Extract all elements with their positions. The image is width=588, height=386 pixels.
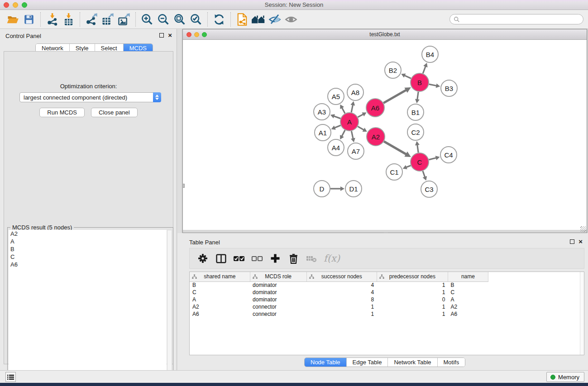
tab-edge-table[interactable]: Edge Table	[347, 358, 388, 367]
edge-A-A7[interactable]	[351, 131, 353, 139]
edge-A-A6[interactable]	[358, 114, 363, 117]
window-resize-grip[interactable]	[580, 226, 586, 232]
import-table-icon[interactable]	[60, 11, 76, 28]
tab-motifs[interactable]: Motifs	[438, 358, 465, 367]
column-header-predecessor-nodes[interactable]: predecessor nodes	[377, 272, 448, 281]
network-window-titlebar[interactable]: testGlobe.txt	[183, 29, 587, 40]
table-scrollbar[interactable]	[580, 272, 584, 355]
float-panel-icon[interactable]	[159, 33, 164, 38]
open-session-icon[interactable]	[5, 11, 21, 28]
show-graphics-details-icon[interactable]	[283, 11, 299, 28]
select-all-checkboxes-icon[interactable]	[231, 251, 247, 266]
network-from-document-icon[interactable]	[234, 11, 250, 28]
table-row[interactable]: Cdominator41C	[190, 289, 488, 296]
close-panel-button[interactable]: Close panel	[91, 108, 138, 117]
network-view-window: testGlobe.txt B4B2BB3A8A5A6A3B1AA1C2A2A4…	[182, 29, 587, 233]
zoom-window-button[interactable]	[22, 2, 27, 8]
network-zoom-button[interactable]	[202, 32, 207, 37]
export-network-icon[interactable]	[83, 11, 100, 28]
node-label-B: B	[417, 79, 422, 86]
network-canvas[interactable]: B4B2BB3A8A5A6A3B1AA1C2A2A4A7C4CC1DD1C3	[183, 40, 587, 230]
result-list-scrollbar[interactable]	[167, 230, 172, 382]
zoom-fit-icon[interactable]	[172, 11, 188, 28]
close-window-button[interactable]	[4, 2, 9, 8]
zoom-out-icon[interactable]	[155, 11, 172, 28]
save-session-icon[interactable]	[21, 11, 37, 28]
result-item[interactable]: A2	[9, 230, 167, 238]
edge-B-B3[interactable]	[429, 84, 437, 86]
memory-button[interactable]: Memory	[546, 372, 584, 382]
export-image-icon[interactable]	[116, 11, 132, 28]
column-header-shared-name[interactable]: shared name	[190, 272, 250, 281]
refresh-icon[interactable]	[211, 11, 227, 28]
result-item[interactable]: C	[9, 253, 167, 261]
network-minimize-button[interactable]	[194, 32, 199, 37]
add-column-icon[interactable]	[268, 251, 283, 266]
table-row[interactable]: A2connector11A2	[190, 303, 488, 310]
edge-A-A8[interactable]	[351, 105, 353, 112]
tab-network-table[interactable]: Network Table	[388, 358, 437, 367]
edge-A6-B[interactable]	[383, 90, 406, 103]
node-label-A: A	[347, 118, 352, 126]
node-label-A8: A8	[351, 89, 359, 96]
hide-graphics-details-icon[interactable]	[267, 11, 283, 28]
tab-node-table[interactable]: Node Table	[305, 358, 347, 367]
unselect-all-checkboxes-icon[interactable]	[249, 251, 265, 266]
edge-arrowhead	[351, 138, 355, 143]
toolbar-separator	[80, 12, 80, 27]
zoom-in-icon[interactable]	[139, 11, 155, 28]
criterion-dropdown[interactable]: largest connected component (directed)	[19, 92, 161, 102]
table-row[interactable]: Bdominator41B	[190, 281, 488, 289]
edge-A2-C[interactable]	[384, 141, 406, 154]
criterion-dropdown-value: largest connected component (directed)	[20, 94, 153, 101]
float-table-panel-icon[interactable]	[570, 239, 574, 244]
edge-C-C2[interactable]	[417, 145, 418, 152]
result-item[interactable]: A6	[9, 261, 167, 268]
result-item[interactable]: B	[9, 245, 167, 253]
table-row[interactable]: Adominator80A	[190, 296, 488, 303]
zoom-selected-icon[interactable]	[188, 11, 204, 28]
edge-A-A4[interactable]	[342, 130, 345, 137]
edge-arrowhead	[350, 101, 355, 106]
close-panel-icon[interactable]: ×	[168, 33, 172, 38]
run-mcds-button[interactable]: Run MCDS	[39, 108, 85, 117]
table-row[interactable]: A6connector11A6	[190, 310, 488, 318]
network-graph[interactable]: B4B2BB3A8A5A6A3B1AA1C2A2A4A7C4CC1DD1C3	[183, 40, 587, 230]
node-label-C3: C3	[425, 186, 433, 193]
node-label-A2: A2	[372, 133, 380, 141]
edge-A-A2[interactable]	[358, 126, 364, 130]
edge-B-B1[interactable]	[417, 92, 418, 100]
edge-C-C3[interactable]	[423, 171, 425, 177]
edge-B-B4[interactable]	[423, 66, 425, 73]
delete-column-icon[interactable]	[286, 251, 301, 266]
vertical-scroll-indicator[interactable]	[182, 184, 185, 188]
close-table-panel-icon[interactable]: ×	[578, 239, 583, 244]
network-close-button[interactable]	[186, 32, 191, 37]
minimize-window-button[interactable]	[13, 2, 18, 8]
edge-A-A3[interactable]	[334, 116, 340, 118]
node-label-C1: C1	[390, 168, 398, 176]
edge-arrowhead	[415, 141, 420, 146]
window-controls	[4, 2, 27, 8]
import-network-icon[interactable]	[44, 11, 60, 28]
mcds-result-list[interactable]: A2ABCA6	[9, 230, 167, 382]
column-view-icon[interactable]	[213, 251, 229, 266]
edge-A-A5[interactable]	[342, 108, 345, 114]
column-header-name[interactable]: name	[448, 272, 488, 281]
export-table-icon[interactable]	[100, 11, 116, 28]
edge-C-C4[interactable]	[429, 158, 436, 160]
list-icon	[7, 374, 14, 380]
edge-C-C1[interactable]	[406, 166, 411, 167]
column-header-MCDS-role[interactable]: MCDS role	[250, 272, 306, 281]
edge-A-A1[interactable]	[335, 125, 341, 128]
result-item[interactable]: A	[9, 238, 167, 245]
node-table[interactable]: shared nameMCDS rolesuccessor nodesprede…	[189, 272, 584, 355]
mcds-result-box: MCDS result (5 nodes) A2ABCA6	[7, 227, 173, 384]
control-panel-title: Control Panel	[5, 33, 41, 39]
settings-gear-icon[interactable]	[195, 251, 210, 266]
column-header-successor-nodes[interactable]: successor nodes	[306, 272, 377, 281]
home-icon[interactable]	[250, 11, 267, 28]
search-input[interactable]	[449, 14, 583, 24]
edge-B-B2[interactable]	[404, 76, 411, 79]
show-panels-button[interactable]	[5, 372, 16, 382]
